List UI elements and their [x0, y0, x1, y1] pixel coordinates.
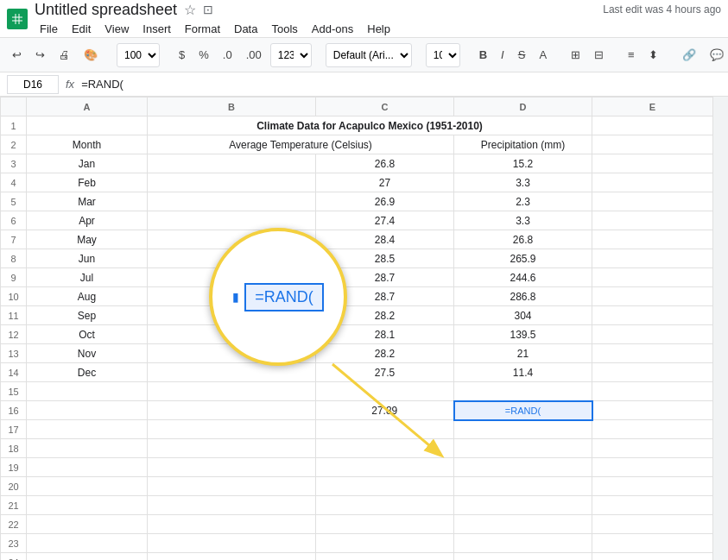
doc-title[interactable]: Untitled spreadsheet — [35, 1, 177, 19]
italic-button[interactable]: I — [496, 43, 510, 67]
cell-e7[interactable] — [592, 230, 713, 249]
cell-b16[interactable] — [148, 401, 316, 420]
cell-e8[interactable] — [592, 249, 713, 268]
formula-input[interactable] — [81, 78, 721, 91]
cell-a3[interactable]: Jan — [27, 154, 148, 173]
cell-a13[interactable]: Nov — [27, 344, 148, 363]
col-header-b[interactable]: B — [148, 98, 316, 116]
redo-button[interactable]: ↪ — [30, 43, 50, 67]
cell-e10[interactable] — [592, 287, 713, 306]
cell-c3[interactable]: 26.8 — [316, 154, 454, 173]
font-color-button[interactable]: A — [534, 43, 552, 67]
cell-d8[interactable]: 265.9 — [454, 249, 592, 268]
cell-a15[interactable] — [27, 382, 148, 401]
cell-c15[interactable] — [316, 382, 454, 401]
cell-d16-formula[interactable]: =RAND( — [454, 401, 592, 420]
cell-d5[interactable]: 2.3 — [454, 192, 592, 211]
cell-d3[interactable]: 15.2 — [454, 154, 592, 173]
cell-d12[interactable]: 139.5 — [454, 325, 592, 344]
cell-d10[interactable]: 286.8 — [454, 287, 592, 306]
cell-e12[interactable] — [592, 325, 713, 344]
cell-e11[interactable] — [592, 306, 713, 325]
valign-button[interactable]: ⬍ — [643, 43, 663, 67]
menu-data[interactable]: Data — [229, 21, 263, 37]
menu-tools[interactable]: Tools — [266, 21, 302, 37]
cell-c7[interactable]: 28.4 — [316, 230, 454, 249]
cell-d9[interactable]: 244.6 — [454, 268, 592, 287]
col-header-c[interactable]: C — [316, 98, 454, 116]
menu-addons[interactable]: Add-ons — [307, 21, 358, 37]
sheet-table-wrapper[interactable]: A B C D E 1 Climate Data for Acapulco Me… — [0, 97, 728, 560]
cell-a2-month[interactable]: Month — [27, 135, 148, 154]
col-header-e[interactable]: E — [592, 98, 713, 116]
cell-e1[interactable] — [592, 116, 713, 135]
folder-icon[interactable]: ⊡ — [203, 3, 213, 16]
cell-b5[interactable] — [148, 192, 316, 211]
cell-a4[interactable]: Feb — [27, 173, 148, 192]
cell-e3[interactable] — [592, 154, 713, 173]
borders-button[interactable]: ⊞ — [566, 43, 586, 67]
bold-button[interactable]: B — [474, 43, 492, 67]
cell-a8[interactable]: Jun — [27, 249, 148, 268]
merge-button[interactable]: ⊟ — [589, 43, 609, 67]
cell-a6[interactable]: Apr — [27, 211, 148, 230]
star-icon[interactable]: ☆ — [184, 2, 196, 18]
paintformat-button[interactable]: 🎨 — [79, 43, 103, 67]
cell-b3[interactable] — [148, 154, 316, 173]
col-header-a[interactable]: A — [27, 98, 148, 116]
decimal-format-select[interactable]: 123 — [270, 43, 312, 67]
menu-edit[interactable]: Edit — [66, 21, 96, 37]
cell-a11[interactable]: Sep — [27, 306, 148, 325]
cell-a1[interactable] — [27, 116, 148, 135]
cell-e16[interactable] — [592, 401, 713, 420]
cell-d6[interactable]: 3.3 — [454, 211, 592, 230]
cell-e2[interactable] — [592, 135, 713, 154]
menu-help[interactable]: Help — [362, 21, 396, 37]
cell-a12[interactable]: Oct — [27, 325, 148, 344]
undo-button[interactable]: ↩ — [7, 43, 27, 67]
cell-c5[interactable]: 26.9 — [316, 192, 454, 211]
cell-e14[interactable] — [592, 363, 713, 382]
currency-button[interactable]: $ — [174, 43, 190, 67]
cell-b6[interactable] — [148, 211, 316, 230]
cell-e15[interactable] — [592, 382, 713, 401]
cell-reference-input[interactable] — [7, 75, 59, 94]
cell-a10[interactable]: Aug — [27, 287, 148, 306]
cell-b2-temp[interactable]: Average Temperature (Celsius) — [148, 135, 454, 154]
cell-a16[interactable] — [27, 401, 148, 420]
cell-a5[interactable]: Mar — [27, 192, 148, 211]
menu-file[interactable]: File — [35, 21, 63, 37]
cell-e4[interactable] — [592, 173, 713, 192]
menu-view[interactable]: View — [99, 21, 134, 37]
strikethrough-button[interactable]: S — [513, 43, 531, 67]
cell-a14[interactable]: Dec — [27, 363, 148, 382]
cell-d7[interactable]: 26.8 — [454, 230, 592, 249]
cell-d2-precip[interactable]: Precipitation (mm) — [454, 135, 592, 154]
menu-format[interactable]: Format — [180, 21, 225, 37]
cell-b4[interactable] — [148, 173, 316, 192]
percent-button[interactable]: % — [193, 43, 214, 67]
comment-button[interactable]: 💬 — [705, 43, 728, 67]
cell-d13[interactable]: 21 — [454, 344, 592, 363]
cell-c13[interactable]: 28.2 — [316, 344, 454, 363]
cell-c16-avg[interactable]: 27.89 — [316, 401, 454, 420]
font-size-select[interactable]: 10 — [426, 43, 460, 67]
print-button[interactable]: 🖨 — [54, 43, 75, 67]
cell-c4[interactable]: 27 — [316, 173, 454, 192]
cell-e13[interactable] — [592, 344, 713, 363]
cell-e6[interactable] — [592, 211, 713, 230]
align-left-button[interactable]: ≡ — [623, 43, 640, 67]
decimal-increase-button[interactable]: .00 — [241, 43, 267, 67]
cell-a7[interactable]: May — [27, 230, 148, 249]
cell-d11[interactable]: 304 — [454, 306, 592, 325]
col-header-d[interactable]: D — [454, 98, 592, 116]
cell-d4[interactable]: 3.3 — [454, 173, 592, 192]
cell-e9[interactable] — [592, 268, 713, 287]
cell-c14[interactable]: 27.5 — [316, 363, 454, 382]
zoom-select[interactable]: 100% 75% 125% — [117, 43, 160, 67]
cell-d15[interactable] — [454, 382, 592, 401]
cell-b15[interactable] — [148, 382, 316, 401]
cell-c6[interactable]: 27.4 — [316, 211, 454, 230]
cell-a9[interactable]: Jul — [27, 268, 148, 287]
insert-link-button[interactable]: 🔗 — [677, 43, 701, 67]
